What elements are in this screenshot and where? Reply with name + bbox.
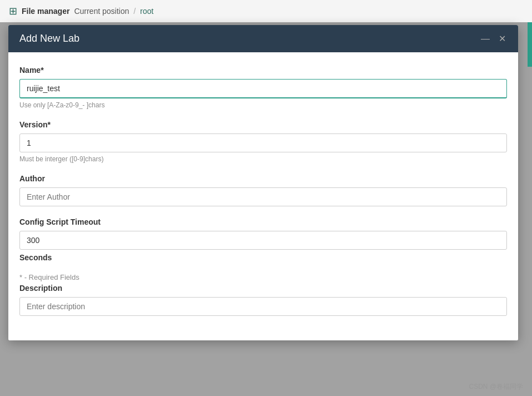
required-fields-note: * - Required Fields [19, 273, 507, 281]
config-timeout-input[interactable] [19, 231, 507, 250]
top-bar: ⊞ File manager Current position / root [0, 0, 532, 22]
modal-header: Add New Lab — ✕ [8, 25, 518, 52]
name-required-star: * [41, 66, 43, 75]
version-input[interactable] [19, 133, 507, 152]
breadcrumb-divider: / [133, 7, 136, 16]
config-timeout-label: Config Script Timeout [19, 217, 507, 226]
description-input[interactable] [19, 297, 507, 316]
csdn-watermark: CSDN @卷福同学 [469, 382, 523, 392]
name-input[interactable] [19, 79, 507, 98]
file-manager-icon: ⊞ [9, 5, 17, 17]
required-fields-text: * - Required Fields [19, 273, 79, 281]
version-hint: Must be interger ([0-9]chars) [19, 155, 507, 163]
minimize-button[interactable]: — [480, 33, 491, 44]
author-label: Author [19, 174, 507, 183]
version-required-star: * [48, 120, 51, 129]
author-input[interactable] [19, 187, 507, 206]
name-field-group: Name* Use only [A-Za-z0-9_- ]chars [19, 66, 507, 109]
config-timeout-label-text: Config Script Timeout [19, 217, 101, 226]
modal-dialog: Add New Lab — ✕ Name* Use only [A-Za-z0-… [8, 25, 518, 340]
version-label-text: Version [19, 120, 48, 129]
version-field-group: Version* Must be interger ([0-9]chars) [19, 120, 507, 163]
modal-header-actions: — ✕ [480, 33, 507, 44]
seconds-label: Seconds [19, 253, 507, 262]
name-label-text: Name [19, 66, 41, 75]
current-position-label: Current position [74, 7, 129, 16]
close-button[interactable]: ✕ [498, 33, 507, 44]
author-field-group: Author [19, 174, 507, 206]
version-label: Version* [19, 120, 507, 129]
modal-body: Name* Use only [A-Za-z0-9_- ]chars Versi… [8, 52, 518, 340]
accent-bar [528, 22, 532, 67]
name-label: Name* [19, 66, 507, 75]
name-hint: Use only [A-Za-z0-9_- ]chars [19, 101, 507, 109]
description-label: Description [19, 284, 507, 293]
author-label-text: Author [19, 174, 45, 183]
breadcrumb-root[interactable]: root [140, 7, 153, 16]
description-label-text: Description [19, 284, 62, 293]
config-timeout-field-group: Config Script Timeout Seconds [19, 217, 507, 262]
app-title: File manager [22, 7, 69, 16]
description-field-group: Description [19, 284, 507, 316]
modal-title: Add New Lab [19, 33, 79, 44]
